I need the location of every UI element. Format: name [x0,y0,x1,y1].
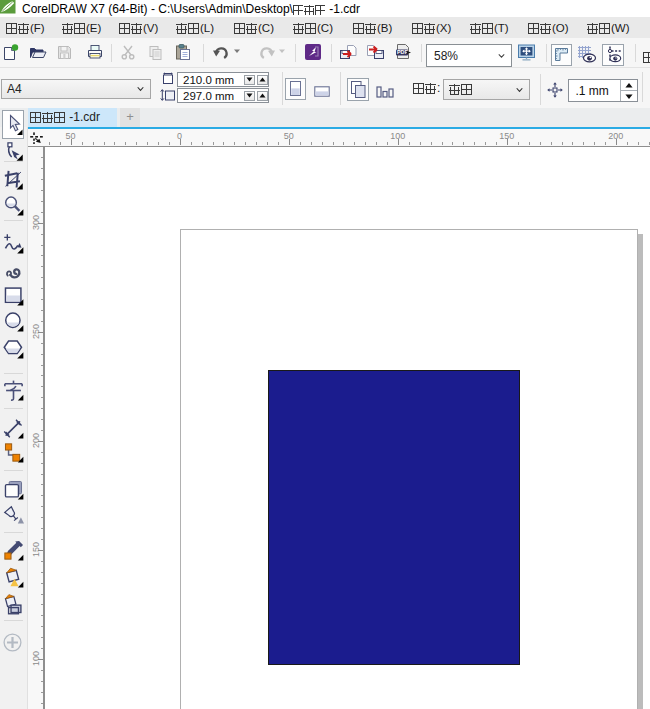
svg-text:PDF: PDF [397,49,408,55]
